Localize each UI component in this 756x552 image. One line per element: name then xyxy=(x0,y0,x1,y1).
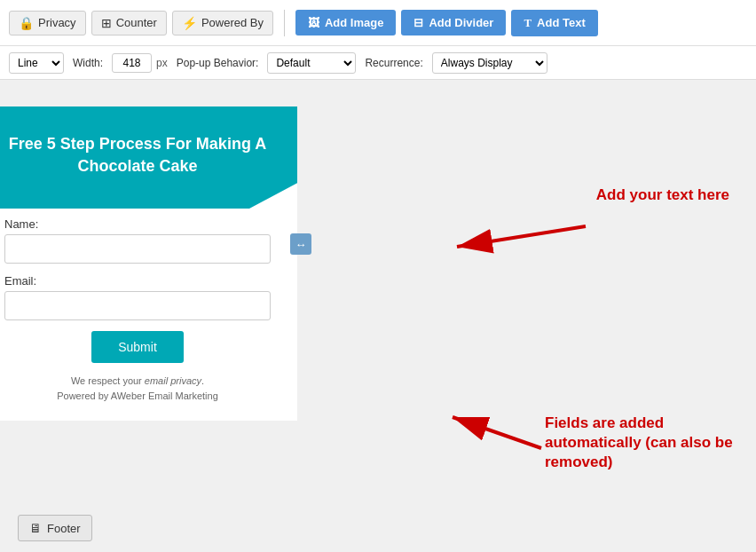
privacy-icon: 🔒 xyxy=(19,16,34,30)
width-unit: px xyxy=(156,57,168,69)
tab-powered-by-label: Powered By xyxy=(201,16,264,29)
line-select[interactable]: Line Block Inline xyxy=(9,52,64,74)
add-divider-button[interactable]: ⊟ Add Divider xyxy=(401,10,506,35)
form-body: Name: Email: Submit We respect your emai… xyxy=(0,209,297,421)
annotation-fields-auto: Fields are added automatically (can also… xyxy=(545,414,740,472)
add-image-label: Add Image xyxy=(325,16,383,29)
resize-handle[interactable]: ↔ xyxy=(290,233,311,255)
footer-label: Footer xyxy=(47,522,81,535)
popup-select[interactable]: Default Slide In Fade In xyxy=(267,52,356,74)
powered-icon: ⚡ xyxy=(182,16,197,30)
svg-line-2 xyxy=(453,417,541,448)
tab-privacy-label: Privacy xyxy=(38,16,76,29)
form-header-text: Free 5 Step Process For Making A Chocola… xyxy=(0,133,280,177)
tab-counter-label: Counter xyxy=(116,16,157,29)
recurrence-select[interactable]: Always Display Once Per Session Once Per… xyxy=(432,52,547,74)
resize-icon: ↔ xyxy=(295,238,307,251)
email-input[interactable] xyxy=(4,291,271,320)
text-icon: T xyxy=(524,16,532,30)
name-label: Name: xyxy=(4,217,271,231)
divider-icon: ⊟ xyxy=(413,16,423,29)
tab-privacy[interactable]: 🔒 Privacy xyxy=(9,11,86,35)
width-input[interactable] xyxy=(112,53,152,73)
footer-icon: 🖥 xyxy=(29,521,42,535)
footer-button[interactable]: 🖥 Footer xyxy=(18,515,92,541)
submit-button[interactable]: Submit xyxy=(91,331,184,363)
toolbar-divider xyxy=(284,10,285,36)
form-header: Free 5 Step Process For Making A Chocola… xyxy=(0,106,297,209)
top-toolbar: 🔒 Privacy ⊞ Counter ⚡ Powered By 🖼 Add I… xyxy=(0,0,756,46)
tab-powered-by[interactable]: ⚡ Powered By xyxy=(172,11,273,35)
second-toolbar: Line Block Inline Width: px Pop-up Behav… xyxy=(0,46,756,80)
add-text-label: Add Text xyxy=(537,16,586,29)
add-text-button[interactable]: T Add Text xyxy=(511,10,597,36)
powered-by-text: Powered by AWeber Email Marketing xyxy=(4,389,271,404)
width-label: Width: xyxy=(73,57,103,69)
tab-counter[interactable]: ⊞ Counter xyxy=(91,11,167,35)
recurrence-label: Recurrence: xyxy=(365,57,422,69)
privacy-text: We respect your email privacy. Powered b… xyxy=(4,374,271,403)
name-input[interactable] xyxy=(4,234,271,264)
form-preview: Free 5 Step Process For Making A Chocola… xyxy=(0,106,297,421)
add-divider-label: Add Divider xyxy=(429,16,493,29)
svg-line-1 xyxy=(457,226,586,247)
submit-label: Submit xyxy=(118,340,157,354)
annotation-text-here: Add your text here xyxy=(596,186,729,204)
add-image-button[interactable]: 🖼 Add Image xyxy=(295,10,396,35)
counter-icon: ⊞ xyxy=(101,16,112,30)
image-icon: 🖼 xyxy=(308,16,319,29)
popup-label: Pop-up Behavior: xyxy=(177,57,259,69)
email-label: Email: xyxy=(4,274,271,288)
main-content: Free 5 Step Process For Making A Chocola… xyxy=(0,80,756,552)
